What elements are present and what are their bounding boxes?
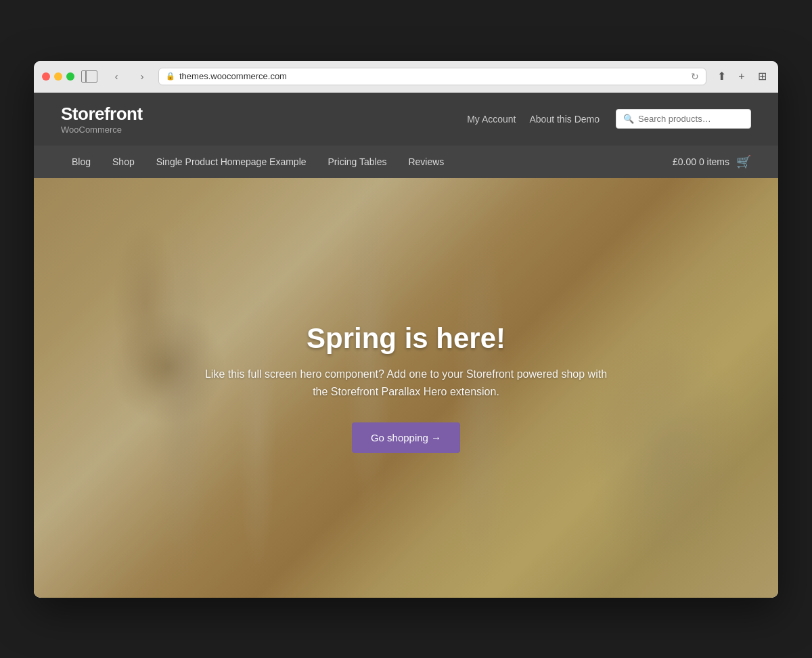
hero-content: Spring is here! Like this full screen he…	[169, 322, 643, 452]
address-bar[interactable]: 🔒 themes.woocommerce.com ↻	[158, 68, 706, 85]
nav-pricing-tables[interactable]: Pricing Tables	[317, 146, 398, 178]
cart-area: £0.00 0 items 🛒	[673, 154, 751, 169]
site-header: Storefront WooCommerce My Account About …	[34, 93, 778, 146]
nav-links: Blog Shop Single Product Homepage Exampl…	[61, 146, 455, 178]
header-right: My Account About this Demo 🔍	[467, 109, 751, 129]
about-demo-link[interactable]: About this Demo	[530, 114, 600, 125]
nav-single-product[interactable]: Single Product Homepage Example	[145, 146, 317, 178]
cart-icon[interactable]: 🛒	[736, 154, 751, 169]
browser-window: ‹ › 🔒 themes.woocommerce.com ↻ ⬆ + ⊞ Sto…	[34, 61, 778, 598]
back-button[interactable]: ‹	[107, 68, 126, 85]
hero-subtitle: Like this full screen hero component? Ad…	[196, 366, 616, 400]
search-input[interactable]	[638, 114, 744, 124]
forward-button[interactable]: ›	[133, 68, 152, 85]
maximize-button[interactable]	[66, 72, 74, 81]
hero-title: Spring is here!	[196, 322, 616, 355]
nav-blog[interactable]: Blog	[61, 146, 102, 178]
site-brand: Storefront WooCommerce	[61, 104, 143, 135]
browser-chrome: ‹ › 🔒 themes.woocommerce.com ↻ ⬆ + ⊞	[34, 61, 778, 93]
my-account-link[interactable]: My Account	[467, 114, 516, 125]
site-title[interactable]: Storefront	[61, 104, 143, 125]
close-button[interactable]	[42, 72, 50, 81]
address-bar-area: 🔒 themes.woocommerce.com ↻	[158, 68, 706, 85]
lock-icon: 🔒	[166, 72, 175, 81]
site-nav: Blog Shop Single Product Homepage Exampl…	[34, 146, 778, 178]
search-icon: 🔍	[623, 114, 634, 124]
cart-total: £0.00 0 items	[673, 156, 729, 167]
nav-reviews[interactable]: Reviews	[397, 146, 455, 178]
minimize-button[interactable]	[54, 72, 62, 81]
back-icon: ‹	[115, 71, 118, 82]
hero-section: Spring is here! Like this full screen he…	[34, 178, 778, 598]
search-box: 🔍	[616, 109, 751, 129]
url-text: themes.woocommerce.com	[179, 71, 287, 81]
nav-shop[interactable]: Shop	[102, 146, 145, 178]
forward-icon: ›	[141, 71, 144, 82]
browser-actions: ⬆ + ⊞	[713, 68, 770, 85]
share-icon[interactable]: ⬆	[713, 68, 729, 85]
new-tab-icon[interactable]: +	[734, 68, 750, 85]
hero-cta-button[interactable]: Go shopping →	[352, 422, 460, 453]
refresh-icon[interactable]: ↻	[691, 71, 699, 82]
traffic-lights	[42, 72, 74, 81]
grid-view-icon[interactable]: ⊞	[754, 68, 770, 85]
header-nav: My Account About this Demo	[467, 114, 600, 125]
sidebar-toggle-icon[interactable]	[81, 70, 97, 83]
site-tagline: WooCommerce	[61, 125, 143, 135]
